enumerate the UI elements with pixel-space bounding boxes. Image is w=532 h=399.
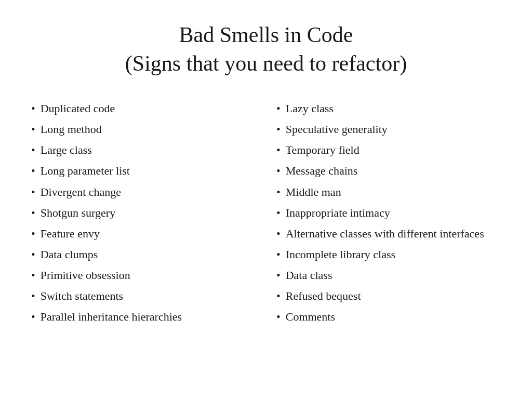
slide: Bad Smells in Code (Signs that you need … — [0, 0, 532, 399]
bullet-icon: • — [31, 121, 35, 138]
bullet-icon: • — [276, 100, 281, 117]
list-item: •Speculative generality — [276, 119, 501, 140]
bullet-icon: • — [276, 246, 281, 263]
content-columns: •Duplicated code•Long method•Large class… — [31, 98, 501, 327]
item-text: Shotgun surgery — [41, 204, 256, 222]
list-item: •Temporary field — [276, 140, 501, 161]
item-text: Duplicated code — [41, 100, 256, 117]
list-item: •Message chains — [276, 161, 501, 181]
bullet-icon: • — [276, 225, 281, 243]
bullet-icon: • — [31, 183, 35, 201]
bullet-icon: • — [276, 162, 281, 180]
list-item: •Feature envy — [31, 223, 256, 244]
item-text: Inappropriate intimacy — [286, 204, 501, 222]
bullet-icon: • — [276, 267, 281, 284]
list-item: •Primitive obsession — [31, 265, 256, 286]
list-item: •Shotgun surgery — [31, 203, 256, 223]
bullet-icon: • — [31, 204, 35, 222]
list-item: •Long method — [31, 119, 256, 140]
item-text: Feature envy — [41, 225, 256, 243]
bullet-icon: • — [276, 121, 281, 138]
list-item: •Incomplete library class — [276, 244, 501, 265]
list-item: •Middle man — [276, 182, 501, 203]
item-text: Long parameter list — [41, 162, 256, 180]
bullet-icon: • — [31, 141, 35, 159]
title-block: Bad Smells in Code (Signs that you need … — [125, 21, 407, 77]
item-text: Lazy class — [286, 100, 501, 117]
bullet-icon: • — [31, 287, 35, 305]
list-item: •Lazy class — [276, 98, 501, 119]
bullet-icon: • — [31, 100, 35, 117]
item-text: Divergent change — [41, 183, 256, 201]
item-text: Speculative generality — [286, 121, 501, 138]
list-item: •Large class — [31, 140, 256, 161]
bullet-icon: • — [276, 308, 281, 326]
item-text: Alternative classes with different inter… — [286, 225, 501, 243]
item-text: Large class — [41, 141, 256, 159]
bullet-icon: • — [276, 204, 281, 222]
bullet-icon: • — [276, 287, 281, 305]
list-item: •Long parameter list — [31, 161, 256, 181]
bullet-icon: • — [31, 267, 35, 284]
title-line2: (Signs that you need to refactor) — [125, 51, 407, 75]
list-item: •Refused bequest — [276, 286, 501, 307]
item-text: Refused bequest — [286, 287, 501, 305]
item-text: Primitive obsession — [41, 267, 256, 284]
item-text: Switch statements — [41, 287, 256, 305]
list-item: •Data clumps — [31, 244, 256, 265]
left-list: •Duplicated code•Long method•Large class… — [31, 98, 256, 327]
item-text: Data clumps — [41, 246, 256, 263]
bullet-icon: • — [276, 183, 281, 201]
item-text: Comments — [286, 308, 501, 326]
left-column: •Duplicated code•Long method•Large class… — [31, 98, 256, 327]
list-item: •Divergent change — [31, 182, 256, 203]
list-item: •Parallel inheritance hierarchies — [31, 307, 256, 327]
list-item: •Data class — [276, 265, 501, 286]
list-item: •Inappropriate intimacy — [276, 203, 501, 223]
bullet-icon: • — [276, 141, 281, 159]
right-list: •Lazy class•Speculative generality•Tempo… — [276, 98, 501, 327]
item-text: Message chains — [286, 162, 501, 180]
item-text: Temporary field — [286, 141, 501, 159]
item-text: Incomplete library class — [286, 246, 501, 263]
list-item: •Comments — [276, 307, 501, 327]
item-text: Parallel inheritance hierarchies — [41, 308, 256, 326]
item-text: Data class — [286, 267, 501, 284]
bullet-icon: • — [31, 246, 35, 263]
item-text: Middle man — [286, 183, 501, 201]
list-item: •Alternative classes with different inte… — [276, 223, 501, 244]
bullet-icon: • — [31, 162, 35, 180]
list-item: •Switch statements — [31, 286, 256, 307]
item-text: Long method — [41, 121, 256, 138]
bullet-icon: • — [31, 225, 35, 243]
slide-title: Bad Smells in Code (Signs that you need … — [125, 21, 407, 77]
title-line1: Bad Smells in Code — [179, 23, 353, 47]
list-item: •Duplicated code — [31, 98, 256, 119]
right-column: •Lazy class•Speculative generality•Tempo… — [276, 98, 501, 327]
bullet-icon: • — [31, 308, 35, 326]
